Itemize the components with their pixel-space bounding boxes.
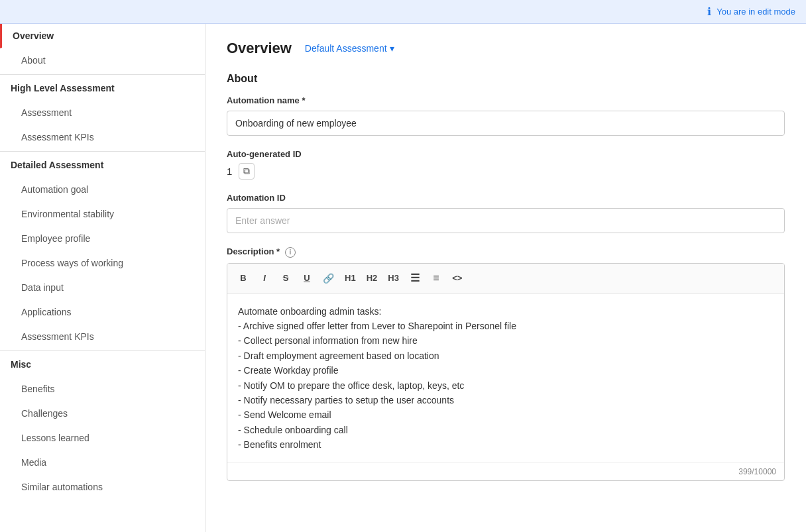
h2-button[interactable]: H2 [363,269,382,288]
char-count: 399/10000 [227,462,784,480]
divider-2 [0,151,205,152]
sidebar-item-detailed-assessment[interactable]: Detailed Assessment [0,153,205,178]
auto-id-value: 1 [227,166,232,177]
automation-name-group: Automation name * [227,95,785,136]
top-bar: ℹ You are in edit mode [0,0,806,24]
automation-id-label: Automation ID [227,193,785,203]
copy-icon: ⧉ [243,166,250,177]
sidebar-item-about[interactable]: About [0,48,205,73]
sidebar-item-applications[interactable]: Applications [0,300,205,325]
sidebar-item-challenges[interactable]: Challenges [0,401,205,426]
auto-generated-id-label: Auto-generated ID [227,149,785,159]
content-header: Overview Default Assessment ▾ [227,40,785,57]
about-section-title: About [227,73,785,85]
description-editor: B I S U 🔗 H1 H2 H3 ☰ ≡ <> [227,263,785,482]
link-button[interactable]: 🔗 [319,269,338,288]
h3-button[interactable]: H3 [384,269,403,288]
chevron-down-icon: ▾ [390,43,394,54]
auto-generated-id-group: Auto-generated ID 1 ⧉ [227,149,785,180]
sidebar-item-lessons-learned[interactable]: Lessons learned [0,426,205,451]
page-title: Overview [227,40,292,57]
automation-name-input[interactable] [227,111,785,136]
description-group: Description * i B I S U 🔗 H1 H2 [227,246,785,481]
sidebar-item-benefits[interactable]: Benefits [0,377,205,401]
ordered-list-button[interactable]: ≡ [427,269,445,288]
divider-1 [0,74,205,75]
sidebar-item-data-input[interactable]: Data input [0,276,205,300]
sidebar-item-employee-profile[interactable]: Employee profile [0,227,205,251]
automation-id-group: Automation ID [227,193,785,233]
underline-button[interactable]: U [298,269,316,288]
italic-button[interactable]: I [255,269,274,288]
description-text[interactable]: Automate onboarding admin tasks: - Archi… [227,293,784,463]
sidebar-item-process-ways[interactable]: Process ways of working [0,251,205,276]
automation-id-input[interactable] [227,208,785,233]
sidebar-item-high-level-assessment[interactable]: High Level Assessment [0,76,205,101]
editor-toolbar: B I S U 🔗 H1 H2 H3 ☰ ≡ <> [227,264,784,293]
sidebar-item-assessment-kpis-2[interactable]: Assessment KPIs [0,325,205,349]
sidebar-item-overview[interactable]: Overview [0,24,205,48]
edit-mode-text: You are in edit mode [717,7,795,17]
sidebar-item-assessment-kpis-1[interactable]: Assessment KPIs [0,125,205,150]
auto-id-row: 1 ⧉ [227,163,785,180]
copy-id-button[interactable]: ⧉ [239,163,255,180]
sidebar-item-similar-automations[interactable]: Similar automations [0,475,205,500]
h1-button[interactable]: H1 [341,269,360,288]
description-info-icon: i [285,247,296,258]
default-assessment-dropdown[interactable]: Default Assessment ▾ [300,40,400,56]
code-button[interactable]: <> [448,269,467,288]
dropdown-label: Default Assessment [305,43,387,54]
info-icon: ℹ [707,5,711,18]
link-icon: 🔗 [323,273,334,284]
main-layout: Overview About High Level Assessment Ass… [0,24,806,532]
about-section: About Automation name * Auto-generated I… [227,73,785,481]
main-content: Overview Default Assessment ▾ About Auto… [205,24,806,532]
description-label: Description * i [227,246,785,258]
sidebar-item-environmental-stability[interactable]: Environmental stability [0,202,205,227]
automation-name-label: Automation name * [227,95,785,105]
sidebar: Overview About High Level Assessment Ass… [0,24,205,532]
sidebar-item-media[interactable]: Media [0,451,205,475]
sidebar-item-assessment[interactable]: Assessment [0,101,205,125]
sidebar-item-automation-goal[interactable]: Automation goal [0,178,205,202]
sidebar-item-misc[interactable]: Misc [0,352,205,377]
divider-3 [0,350,205,351]
bullet-list-button[interactable]: ☰ [406,269,424,288]
strikethrough-button[interactable]: S [276,269,295,288]
bold-button[interactable]: B [234,269,253,288]
